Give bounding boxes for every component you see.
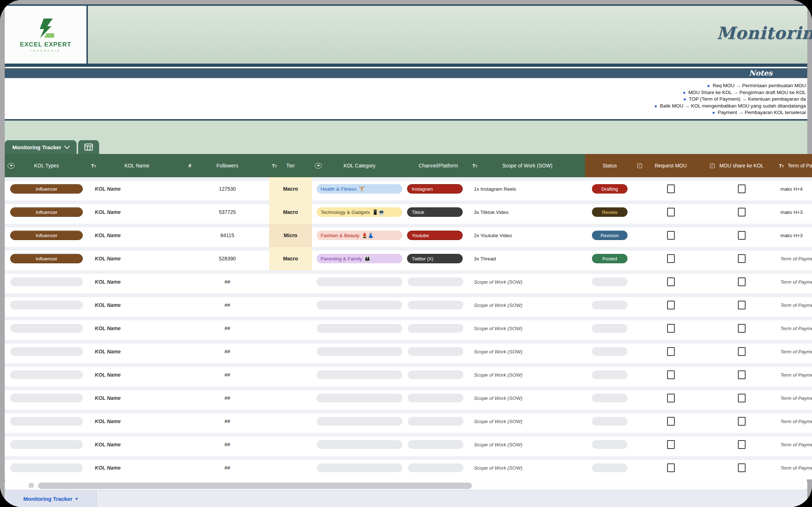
- kol-name-cell[interactable]: KOL Name: [88, 177, 186, 200]
- mou-share-checkbox[interactable]: [738, 324, 746, 333]
- channel-cell[interactable]: Tiktok: [407, 200, 470, 224]
- tier-cell[interactable]: [269, 270, 312, 293]
- status-placeholder[interactable]: [592, 463, 628, 472]
- followers-cell[interactable]: ##: [186, 433, 269, 456]
- sow-cell[interactable]: Scope of Work (SOW): [470, 456, 585, 479]
- mou-share-cell[interactable]: [707, 363, 776, 386]
- followers-cell[interactable]: ##: [186, 340, 269, 363]
- kol-type-cell[interactable]: Influencer: [5, 224, 88, 247]
- request-mou-cell[interactable]: [634, 247, 707, 270]
- kol-type-placeholder[interactable]: [10, 347, 83, 356]
- request-mou-checkbox[interactable]: [667, 231, 675, 240]
- status-cell[interactable]: [585, 340, 634, 363]
- request-mou-cell[interactable]: [634, 456, 707, 479]
- kol-type-cell[interactable]: [5, 386, 88, 410]
- status-cell[interactable]: Posted: [585, 247, 634, 270]
- channel-placeholder[interactable]: [408, 347, 463, 356]
- status-placeholder[interactable]: [592, 440, 628, 449]
- mou-share-checkbox[interactable]: [738, 370, 746, 379]
- kol-category-chip[interactable]: Technology & Gadgets📱💻: [317, 207, 402, 217]
- followers-cell[interactable]: 84115: [186, 224, 269, 247]
- scrollbar-nub[interactable]: [29, 483, 34, 488]
- kol-category-cell[interactable]: [312, 270, 407, 293]
- kol-category-placeholder[interactable]: [317, 440, 402, 449]
- column-header-followers[interactable]: #Followers: [186, 154, 269, 177]
- kol-type-placeholder[interactable]: [10, 417, 83, 426]
- mou-share-cell[interactable]: [707, 410, 776, 433]
- kol-type-chip[interactable]: Influencer: [10, 184, 83, 194]
- term-of-payment-cell[interactable]: Term of Payment: [776, 410, 812, 433]
- mou-share-cell[interactable]: [707, 293, 776, 317]
- tier-cell[interactable]: [269, 456, 312, 479]
- sow-cell[interactable]: 2x Youtube Video: [470, 224, 585, 247]
- request-mou-checkbox[interactable]: [667, 208, 675, 216]
- request-mou-cell[interactable]: [634, 200, 707, 224]
- column-header-request_mou[interactable]: ✓Request MOU: [634, 154, 707, 177]
- kol-category-cell[interactable]: Parenting & Family👪: [312, 247, 407, 270]
- kol-name-cell[interactable]: KOL Name: [88, 433, 186, 456]
- term-of-payment-cell[interactable]: maks H+3: [776, 224, 812, 247]
- kol-type-cell[interactable]: [5, 456, 88, 479]
- kol-name-cell[interactable]: KOL Name: [88, 247, 186, 270]
- mou-share-checkbox[interactable]: [738, 254, 746, 263]
- term-of-payment-cell[interactable]: Term of Payment: [776, 433, 812, 456]
- mou-share-checkbox[interactable]: [738, 417, 746, 426]
- kol-category-cell[interactable]: [312, 363, 407, 386]
- kol-category-placeholder[interactable]: [317, 301, 402, 309]
- term-of-payment-cell[interactable]: maks H+4: [776, 177, 812, 200]
- request-mou-checkbox[interactable]: [667, 463, 675, 472]
- column-header-term_of_payment[interactable]: TTTerm of Payment: [776, 154, 812, 177]
- tier-cell[interactable]: [269, 433, 312, 456]
- kol-category-cell[interactable]: [312, 340, 407, 363]
- channel-cell[interactable]: [407, 386, 470, 410]
- tier-cell[interactable]: Micro: [269, 224, 312, 247]
- status-placeholder[interactable]: [592, 301, 628, 309]
- kol-type-chip[interactable]: Influencer: [10, 231, 83, 240]
- status-cell[interactable]: Review: [585, 200, 634, 224]
- sow-cell[interactable]: Scope of Work (SOW): [470, 433, 585, 456]
- kol-category-cell[interactable]: [312, 456, 407, 479]
- request-mou-checkbox[interactable]: [667, 417, 675, 426]
- mou-share-cell[interactable]: [707, 433, 776, 456]
- followers-cell[interactable]: ##: [186, 410, 269, 433]
- channel-cell[interactable]: [407, 340, 470, 363]
- kol-type-placeholder[interactable]: [10, 277, 83, 286]
- status-cell[interactable]: [585, 270, 634, 293]
- mou-share-cell[interactable]: [707, 247, 776, 270]
- kol-type-placeholder[interactable]: [10, 463, 83, 472]
- channel-placeholder[interactable]: [408, 324, 463, 333]
- tier-cell[interactable]: Macro: [269, 200, 312, 224]
- channel-cell[interactable]: [407, 433, 470, 456]
- channel-cell[interactable]: Youtube: [407, 224, 470, 247]
- kol-name-cell[interactable]: KOL Name: [88, 293, 186, 317]
- mou-share-cell[interactable]: [707, 456, 776, 479]
- kol-type-placeholder[interactable]: [10, 324, 83, 333]
- channel-placeholder[interactable]: [408, 417, 463, 426]
- kol-type-placeholder[interactable]: [10, 301, 83, 309]
- term-of-payment-cell[interactable]: Term of Payment: [776, 363, 812, 386]
- term-of-payment-cell[interactable]: Term of Payment: [776, 456, 812, 479]
- request-mou-checkbox[interactable]: [667, 324, 675, 333]
- kol-category-chip[interactable]: Health & Fitness🏋️: [317, 184, 402, 194]
- channel-chip[interactable]: Youtube: [407, 231, 463, 240]
- column-header-kol_category[interactable]: KOL Category: [312, 154, 407, 177]
- channel-chip[interactable]: Tiktok: [407, 207, 463, 217]
- sheet-tab-dropdown-icon[interactable]: ▾: [76, 496, 78, 501]
- kol-category-cell[interactable]: [312, 386, 407, 410]
- kol-category-placeholder[interactable]: [317, 394, 402, 402]
- kol-type-cell[interactable]: [5, 363, 88, 386]
- request-mou-cell[interactable]: [634, 270, 707, 293]
- kol-name-cell[interactable]: KOL Name: [88, 410, 186, 433]
- status-chip[interactable]: Review: [592, 207, 628, 217]
- mou-share-checkbox[interactable]: [738, 184, 746, 193]
- horizontal-scrollbar-thumb[interactable]: [38, 483, 472, 489]
- term-of-payment-cell[interactable]: maks H+3: [776, 200, 812, 224]
- kol-category-chip[interactable]: Fashion & Beauty💄👗: [317, 231, 402, 240]
- term-of-payment-cell[interactable]: Term of Payment: [776, 270, 812, 293]
- status-chip[interactable]: Revision: [592, 231, 628, 240]
- sow-cell[interactable]: Scope of Work (SOW): [470, 270, 585, 293]
- request-mou-checkbox[interactable]: [667, 347, 675, 356]
- mou-share-cell[interactable]: [707, 270, 776, 293]
- sow-cell[interactable]: Scope of Work (SOW): [470, 317, 585, 340]
- followers-cell[interactable]: ##: [186, 293, 269, 317]
